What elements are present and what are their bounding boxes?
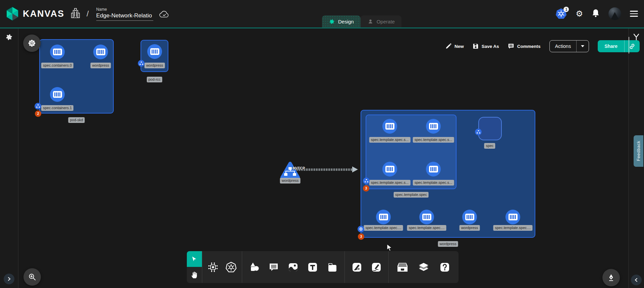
- actions-label[interactable]: Actions: [550, 41, 577, 52]
- pan-tool[interactable]: [187, 267, 202, 283]
- kanvas-logo[interactable]: KANVAS: [5, 6, 64, 21]
- container-node[interactable]: [382, 119, 397, 134]
- hierarchy-badge[interactable]: [363, 177, 370, 184]
- new-label: New: [454, 44, 464, 49]
- pen-path-tool[interactable]: [350, 260, 364, 275]
- error-count-badge[interactable]: 2: [35, 111, 41, 117]
- canvas-config-fab[interactable]: [23, 34, 41, 52]
- container-node[interactable]: [50, 87, 65, 102]
- comments-icon: [508, 43, 514, 49]
- pen-fab[interactable]: [602, 269, 620, 286]
- node-label: wordpress: [145, 63, 165, 68]
- share-split-button[interactable]: Share: [598, 40, 640, 52]
- comments-label: Comments: [517, 44, 541, 49]
- group-pod-rcc[interactable]: wordpress pod-rcc: [141, 40, 168, 72]
- error-count-badge[interactable]: 3: [363, 185, 369, 192]
- help-tool[interactable]: [437, 260, 452, 275]
- select-tool[interactable]: [187, 251, 202, 267]
- flower-gear-icon: [28, 39, 36, 47]
- group-pod-skd[interactable]: spec.containers.0 wordpress spec.contain…: [39, 39, 114, 114]
- save-as-button[interactable]: Save As: [473, 43, 499, 49]
- actions-split-button[interactable]: Actions: [549, 40, 589, 52]
- new-design-button[interactable]: New: [445, 43, 464, 49]
- spec-node[interactable]: [478, 117, 502, 140]
- tab-design[interactable]: Design: [322, 15, 361, 27]
- layers-tool[interactable]: [416, 260, 431, 275]
- container-node[interactable]: [147, 44, 162, 59]
- feedback-tab[interactable]: Feedback: [634, 135, 643, 167]
- container-node[interactable]: [419, 210, 434, 224]
- copy-link-button[interactable]: [624, 40, 640, 52]
- note-tool[interactable]: [325, 260, 340, 275]
- cloud-saved-icon: [159, 10, 169, 20]
- settings-gear-icon[interactable]: ⚙: [576, 10, 583, 18]
- design-name-input[interactable]: [96, 12, 153, 21]
- container-node[interactable]: [376, 210, 391, 224]
- freehand-draw-tool[interactable]: [369, 260, 384, 275]
- container-node[interactable]: [382, 162, 397, 176]
- group-deployment-wordpress[interactable]: spec.template.spec.s... spec.template.sp…: [361, 110, 535, 238]
- design-swirl-icon: [329, 18, 335, 25]
- hierarchy-badge[interactable]: [138, 60, 145, 67]
- node-label: spec.template.spec....: [493, 225, 533, 231]
- image-tool[interactable]: [286, 260, 301, 275]
- notifications-bell-icon[interactable]: [592, 9, 600, 19]
- canvas-scrollbar-thumb[interactable]: [629, 37, 629, 54]
- comments-button[interactable]: Comments: [508, 43, 541, 49]
- comment-tool[interactable]: [266, 260, 281, 275]
- drawer-tool[interactable]: [395, 260, 410, 275]
- hierarchy-badge[interactable]: [475, 129, 482, 135]
- kubernetes-context-switcher[interactable]: 1: [555, 8, 567, 19]
- design-action-bar: New Save As Comments Actions Share: [445, 40, 640, 52]
- node-label: spec.containers.0: [41, 63, 73, 68]
- container-node[interactable]: [50, 45, 65, 59]
- container-icon: [385, 166, 394, 172]
- mouse-cursor: [386, 244, 393, 252]
- kanvas-logo-icon: [5, 6, 19, 21]
- breadcrumb-separator: /: [87, 9, 89, 18]
- tab-operate[interactable]: Operate: [361, 15, 401, 27]
- container-icon: [508, 214, 518, 220]
- zoom-fab[interactable]: [23, 268, 41, 286]
- operate-icon: [367, 18, 374, 25]
- pen-nib-icon: [607, 274, 615, 282]
- node-label: spec.template.spec....: [364, 225, 403, 231]
- kubernetes-components-tool[interactable]: [224, 260, 238, 275]
- service-node[interactable]: [280, 161, 300, 179]
- cursor-arrow-icon: [191, 256, 198, 263]
- layers-icon: [418, 262, 429, 273]
- image-icon: [288, 262, 299, 273]
- user-avatar[interactable]: [608, 7, 621, 20]
- error-count-badge[interactable]: 3: [358, 233, 364, 240]
- container-icon: [429, 166, 438, 172]
- collapse-right-panel-button[interactable]: [631, 275, 642, 285]
- save-floppy-icon: [473, 43, 479, 49]
- scope-badge[interactable]: [358, 226, 364, 232]
- shapes-tool[interactable]: [247, 260, 262, 275]
- meshery-swirl-icon[interactable]: [5, 33, 13, 43]
- canvas-toolbar: [187, 251, 459, 283]
- container-node[interactable]: [93, 45, 108, 59]
- container-icon: [422, 214, 431, 220]
- expand-left-panel-button[interactable]: [4, 274, 14, 284]
- caret-down-icon: [581, 45, 584, 47]
- integrations-tool[interactable]: [206, 260, 220, 275]
- organization-icon[interactable]: [70, 8, 80, 20]
- container-node[interactable]: [462, 210, 477, 224]
- hierarchy-badge[interactable]: [35, 103, 41, 110]
- menu-icon[interactable]: [630, 11, 638, 17]
- sitemap-icon: [36, 104, 40, 108]
- group-label: spec.template.spec: [393, 192, 429, 198]
- text-tool[interactable]: [305, 260, 320, 275]
- group-spec-template-spec[interactable]: spec.template.spec.s... spec.template.sp…: [366, 115, 457, 189]
- kanvas-app: KANVAS / Name: [0, 0, 644, 288]
- node-label: wordpress: [91, 63, 111, 68]
- container-icon: [150, 48, 159, 55]
- container-node[interactable]: [426, 162, 441, 176]
- drawer-archive-icon: [397, 262, 408, 273]
- container-node[interactable]: [426, 119, 441, 134]
- share-label[interactable]: Share: [598, 40, 624, 52]
- actions-dropdown-toggle[interactable]: [576, 41, 589, 52]
- container-node[interactable]: [505, 210, 520, 224]
- sitemap-icon: [140, 62, 143, 65]
